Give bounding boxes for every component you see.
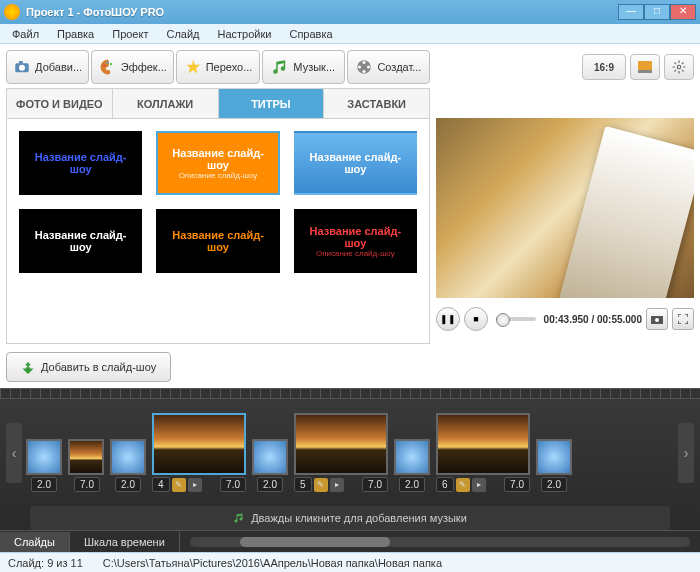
title-thumb[interactable]: Название слайд-шоу bbox=[19, 209, 142, 273]
duration-badge: 2.0 bbox=[31, 477, 57, 492]
menubar: Файл Правка Проект Слайд Настройки Справ… bbox=[0, 24, 700, 44]
menu-slide[interactable]: Слайд bbox=[158, 26, 207, 42]
timeline-ruler bbox=[0, 389, 700, 399]
menu-help[interactable]: Справка bbox=[281, 26, 340, 42]
music-icon bbox=[271, 58, 289, 76]
slide-clip[interactable]: 4✎▸7.0 bbox=[152, 413, 246, 492]
menu-edit[interactable]: Правка bbox=[49, 26, 102, 42]
title-thumb[interactable]: Название слайд-шоуОписание слайд-шоу bbox=[156, 131, 279, 195]
slide-number: 5 bbox=[294, 477, 312, 492]
tab-splash[interactable]: ЗАСТАВКИ bbox=[324, 89, 429, 118]
svg-point-7 bbox=[363, 61, 366, 64]
fullscreen-button[interactable] bbox=[672, 308, 694, 330]
menu-file[interactable]: Файл bbox=[4, 26, 47, 42]
slide-clip[interactable]: 6✎▸7.0 bbox=[436, 413, 530, 492]
play-slide-icon[interactable]: ▸ bbox=[188, 478, 202, 492]
gear-icon bbox=[672, 60, 686, 74]
screen-icon bbox=[638, 61, 652, 73]
duration-badge: 2.0 bbox=[541, 477, 567, 492]
title-gallery: Название слайд-шоуНазвание слайд-шоуОпис… bbox=[6, 118, 430, 344]
menu-project[interactable]: Проект bbox=[104, 26, 156, 42]
stop-button[interactable]: ■ bbox=[464, 307, 488, 331]
display-mode-button[interactable] bbox=[630, 54, 660, 80]
play-slide-icon[interactable]: ▸ bbox=[472, 478, 486, 492]
maximize-button[interactable]: □ bbox=[644, 4, 670, 20]
transition-clip[interactable]: 2.0 bbox=[26, 439, 62, 492]
svg-point-15 bbox=[655, 318, 659, 322]
transition-clip[interactable]: 2.0 bbox=[394, 439, 430, 492]
title-thumb[interactable]: Название слайд-шоу bbox=[294, 131, 417, 195]
seek-slider[interactable] bbox=[496, 317, 536, 321]
category-tabs: ФОТО И ВИДЕО КОЛЛАЖИ ТИТРЫ ЗАСТАВКИ bbox=[6, 88, 430, 118]
plus-arrow-icon bbox=[21, 360, 35, 374]
tab-photo-video[interactable]: ФОТО И ВИДЕО bbox=[7, 89, 113, 118]
camera-icon bbox=[13, 58, 31, 76]
transition-clip[interactable]: 2.0 bbox=[110, 439, 146, 492]
tab-timescale[interactable]: Шкала времени bbox=[70, 532, 180, 552]
title-thumb[interactable]: Название слайд-шоу bbox=[156, 209, 279, 273]
title-thumb[interactable]: Название слайд-шоуОписание слайд-шоу bbox=[294, 209, 417, 273]
app-icon bbox=[4, 4, 20, 20]
bottom-bar: Слайды Шкала времени bbox=[0, 530, 700, 552]
edit-slide-icon[interactable]: ✎ bbox=[456, 478, 470, 492]
transition-clip[interactable]: 2.0 bbox=[252, 439, 288, 492]
svg-point-10 bbox=[358, 66, 361, 69]
status-slide-count: Слайд: 9 из 11 bbox=[8, 557, 83, 569]
duration-badge: 7.0 bbox=[220, 477, 246, 492]
create-button[interactable]: Создат... bbox=[347, 50, 430, 84]
title-thumb[interactable]: Название слайд-шоу bbox=[19, 131, 142, 195]
main-toolbar: Добави... Эффек... Перехо... Музык... Со… bbox=[6, 50, 430, 84]
duration-badge: 7.0 bbox=[504, 477, 530, 492]
svg-rect-2 bbox=[19, 61, 23, 64]
tab-slides[interactable]: Слайды bbox=[0, 532, 70, 552]
tab-collage[interactable]: КОЛЛАЖИ bbox=[113, 89, 219, 118]
preview-viewport[interactable] bbox=[436, 118, 694, 298]
music-track[interactable]: Дважды кликните для добавления музыки bbox=[30, 506, 670, 530]
svg-point-9 bbox=[363, 70, 366, 73]
slide-number: 4 bbox=[152, 477, 170, 492]
timeline-scrollbar[interactable] bbox=[190, 537, 690, 547]
close-button[interactable]: ✕ bbox=[670, 4, 696, 20]
effects-button[interactable]: Эффек... bbox=[91, 50, 174, 84]
transition-clip[interactable]: 2.0 bbox=[536, 439, 572, 492]
play-slide-icon[interactable]: ▸ bbox=[330, 478, 344, 492]
svg-point-8 bbox=[367, 66, 370, 69]
time-display: 00:43.950 / 00:55.000 bbox=[544, 314, 642, 325]
svg-point-3 bbox=[103, 64, 105, 66]
transitions-button[interactable]: Перехо... bbox=[176, 50, 259, 84]
music-button[interactable]: Музык... bbox=[262, 50, 345, 84]
music-small-icon bbox=[233, 512, 245, 524]
workarea: Добави... Эффек... Перехо... Музык... Со… bbox=[0, 44, 700, 388]
preview-pane: 16:9 ❚❚ ■ 00:43.950 / 00:55.000 bbox=[436, 50, 694, 382]
track-next-button[interactable]: › bbox=[678, 423, 694, 483]
tab-titles[interactable]: ТИТРЫ bbox=[219, 89, 325, 118]
statusbar: Слайд: 9 из 11 C:\Users\Татьяна\Pictures… bbox=[0, 552, 700, 572]
svg-rect-12 bbox=[638, 70, 652, 73]
player-controls: ❚❚ ■ 00:43.950 / 00:55.000 bbox=[436, 304, 694, 334]
svg-point-1 bbox=[19, 65, 25, 71]
slide-track: ‹ 2.07.02.04✎▸7.02.05✎▸7.02.06✎▸7.02.0 › bbox=[0, 399, 700, 506]
slide-clip[interactable]: 7.0 bbox=[68, 439, 104, 492]
aspect-ratio-button[interactable]: 16:9 bbox=[582, 54, 626, 80]
settings-button[interactable] bbox=[664, 54, 694, 80]
titlebar: Проект 1 - ФотоШОУ PRO — □ ✕ bbox=[0, 0, 700, 24]
add-to-slideshow-button[interactable]: Добавить в слайд-шоу bbox=[6, 352, 171, 382]
snapshot-button[interactable] bbox=[646, 308, 668, 330]
edit-slide-icon[interactable]: ✎ bbox=[314, 478, 328, 492]
duration-badge: 2.0 bbox=[115, 477, 141, 492]
minimize-button[interactable]: — bbox=[618, 4, 644, 20]
film-icon bbox=[355, 58, 373, 76]
slide-clip[interactable]: 5✎▸7.0 bbox=[294, 413, 388, 492]
status-path: C:\Users\Татьяна\Pictures\2016\ААпрель\Н… bbox=[103, 557, 442, 569]
track-prev-button[interactable]: ‹ bbox=[6, 423, 22, 483]
slide-number: 6 bbox=[436, 477, 454, 492]
left-pane: Добави... Эффек... Перехо... Музык... Со… bbox=[6, 50, 430, 382]
add-button[interactable]: Добави... bbox=[6, 50, 89, 84]
window-title: Проект 1 - ФотоШОУ PRO bbox=[26, 6, 618, 18]
pause-button[interactable]: ❚❚ bbox=[436, 307, 460, 331]
svg-rect-11 bbox=[638, 61, 652, 70]
svg-point-13 bbox=[677, 65, 681, 69]
duration-badge: 7.0 bbox=[74, 477, 100, 492]
edit-slide-icon[interactable]: ✎ bbox=[172, 478, 186, 492]
menu-settings[interactable]: Настройки bbox=[210, 26, 280, 42]
